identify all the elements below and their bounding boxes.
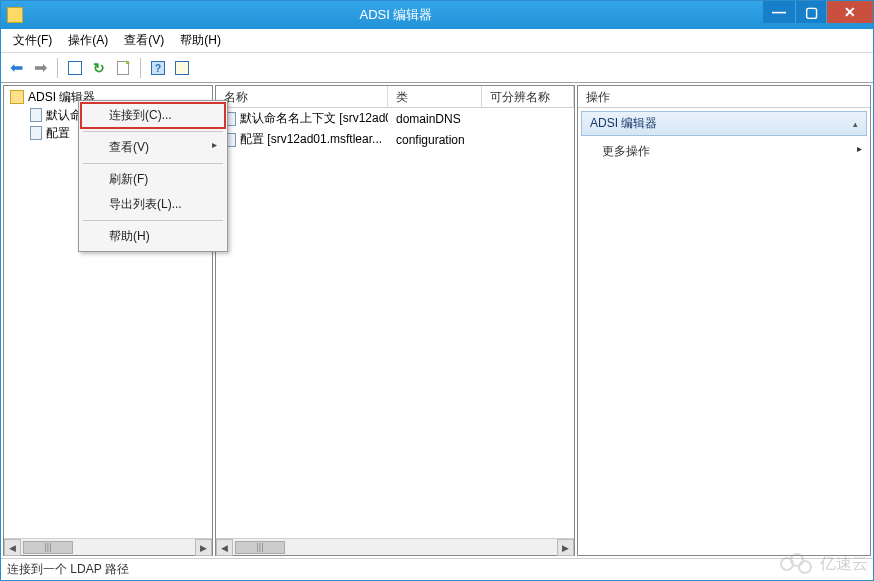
cell-text: 配置 [srv12ad01.msftlear... (240, 131, 382, 148)
window-controls: — ▢ ✕ (763, 1, 873, 29)
list-cell-name: 默认命名名上下文 [srv12ad0... (216, 108, 388, 129)
list-cell-dn (482, 138, 574, 142)
list-body: 默认命名名上下文 [srv12ad0... domainDNS 配置 [srv1… (216, 108, 574, 538)
cell-text: 默认命名名上下文 [srv12ad0... (240, 110, 388, 127)
scroll-track[interactable]: ||| (233, 539, 557, 555)
show-hide-tree-button[interactable] (64, 57, 86, 79)
column-dn[interactable]: 可分辨名称 (482, 86, 574, 107)
tree-root-icon (10, 90, 24, 104)
minimize-button[interactable]: — (763, 1, 795, 23)
column-name[interactable]: 名称 (216, 86, 388, 107)
scroll-thumb[interactable]: ||| (23, 541, 73, 554)
arrow-left-icon: ⬅ (10, 58, 23, 77)
collapse-icon: ▴ (853, 119, 858, 129)
tree-item-label: 配置 (46, 125, 70, 142)
scroll-left-button[interactable]: ◀ (216, 539, 233, 556)
reload-icon: ↻ (93, 60, 105, 76)
scroll-right-button[interactable]: ▶ (557, 539, 574, 556)
help-button[interactable]: ? (147, 57, 169, 79)
panel-icon (68, 61, 82, 75)
actions-panel: 操作 ADSI 编辑器 ▴ 更多操作 ▸ (577, 85, 871, 556)
nav-back-button[interactable]: ⬅ (5, 57, 27, 79)
close-button[interactable]: ✕ (827, 1, 873, 23)
titlebar: ADSI 编辑器 — ▢ ✕ (1, 1, 873, 29)
list-cell-name: 配置 [srv12ad01.msftlear... (216, 129, 388, 150)
container-icon (30, 126, 42, 140)
container-icon (30, 108, 42, 122)
actions-header: 操作 (578, 86, 870, 108)
submenu-icon: ▸ (857, 143, 862, 160)
scroll-thumb[interactable]: ||| (235, 541, 285, 554)
list-header: 名称 类 可分辨名称 (216, 86, 574, 108)
export-icon (117, 61, 129, 75)
column-class[interactable]: 类 (388, 86, 482, 107)
scroll-track[interactable]: ||| (21, 539, 195, 555)
list-cell-class: configuration (388, 131, 482, 149)
menu-file[interactable]: 文件(F) (5, 29, 60, 52)
context-separator (83, 131, 223, 132)
scroll-right-button[interactable]: ▶ (195, 539, 212, 556)
context-help[interactable]: 帮助(H) (81, 224, 225, 249)
context-separator (83, 220, 223, 221)
app-icon (7, 7, 23, 23)
context-export[interactable]: 导出列表(L)... (81, 192, 225, 217)
actions-section-header[interactable]: ADSI 编辑器 ▴ (581, 111, 867, 136)
menu-view[interactable]: 查看(V) (116, 29, 172, 52)
status-text: 连接到一个 LDAP 路径 (7, 561, 129, 578)
context-view[interactable]: 查看(V) (81, 135, 225, 160)
context-refresh[interactable]: 刷新(F) (81, 167, 225, 192)
scroll-left-button[interactable]: ◀ (4, 539, 21, 556)
menu-help[interactable]: 帮助(H) (172, 29, 229, 52)
toolbar-separator (140, 58, 141, 78)
context-menu: 连接到(C)... 查看(V) 刷新(F) 导出列表(L)... 帮助(H) (78, 100, 228, 252)
refresh-button[interactable]: ↻ (88, 57, 110, 79)
tree-scrollbar: ◀ ||| ▶ (4, 538, 212, 555)
window-title: ADSI 编辑器 (29, 6, 763, 24)
show-action-pane-button[interactable] (171, 57, 193, 79)
context-separator (83, 163, 223, 164)
app-window: ADSI 编辑器 — ▢ ✕ 文件(F) 操作(A) 查看(V) 帮助(H) ⬅… (0, 0, 874, 581)
export-button[interactable] (112, 57, 134, 79)
actions-more[interactable]: 更多操作 ▸ (578, 139, 870, 164)
list-row[interactable]: 配置 [srv12ad01.msftlear... configuration (216, 129, 574, 150)
maximize-button[interactable]: ▢ (795, 1, 827, 23)
action-pane-icon (175, 61, 189, 75)
list-cell-dn (482, 117, 574, 121)
list-row[interactable]: 默认命名名上下文 [srv12ad0... domainDNS (216, 108, 574, 129)
list-cell-class: domainDNS (388, 110, 482, 128)
toolbar: ⬅ ➡ ↻ ? (1, 53, 873, 83)
statusbar: 连接到一个 LDAP 路径 (1, 558, 873, 580)
help-icon: ? (151, 61, 165, 75)
actions-more-label: 更多操作 (602, 143, 650, 160)
list-panel: 名称 类 可分辨名称 默认命名名上下文 [srv12ad0... domainD… (215, 85, 575, 556)
nav-forward-button[interactable]: ➡ (29, 57, 51, 79)
arrow-right-icon: ➡ (34, 58, 47, 77)
menu-action[interactable]: 操作(A) (60, 29, 116, 52)
menubar: 文件(F) 操作(A) 查看(V) 帮助(H) (1, 29, 873, 53)
toolbar-separator (57, 58, 58, 78)
context-connect[interactable]: 连接到(C)... (81, 103, 225, 128)
actions-section-label: ADSI 编辑器 (590, 115, 657, 132)
list-scrollbar: ◀ ||| ▶ (216, 538, 574, 555)
